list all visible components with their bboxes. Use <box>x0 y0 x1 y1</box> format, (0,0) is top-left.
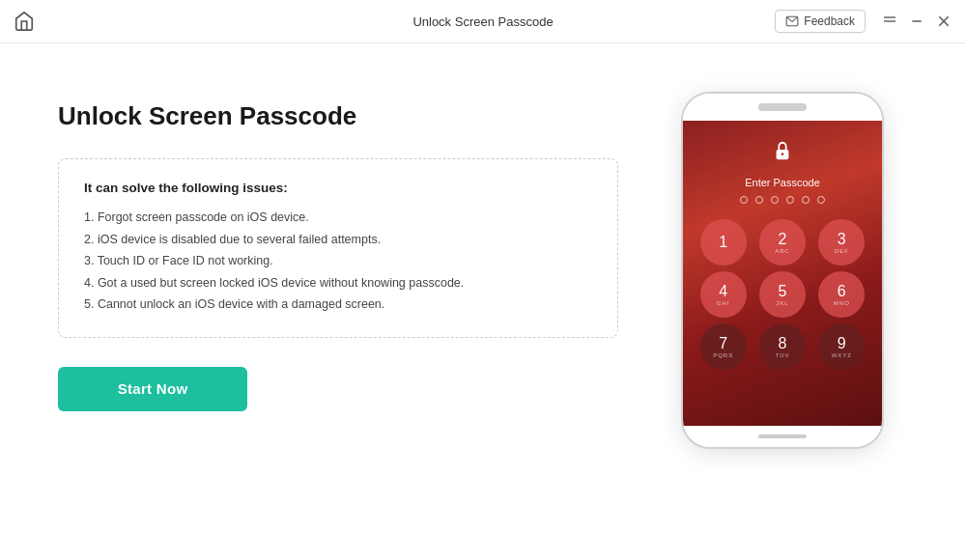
numpad-btn-6[interactable]: 6 MNO <box>818 271 865 318</box>
num-sub-2: ABC <box>775 248 789 254</box>
num-main-3: 3 <box>838 232 846 247</box>
num-sub-7: PQRS <box>713 352 733 358</box>
numpad-btn-4[interactable]: 4 GHI <box>700 271 747 318</box>
dot-4 <box>786 196 794 204</box>
passcode-dots <box>740 196 825 204</box>
titlebar-left <box>14 11 35 32</box>
dot-2 <box>755 196 763 204</box>
phone-top <box>683 94 882 121</box>
dot-1 <box>740 196 748 204</box>
issues-list-item: 5. Cannot unlock an iOS device with a da… <box>84 294 592 316</box>
feedback-label: Feedback <box>804 14 855 28</box>
num-main-8: 8 <box>779 336 787 351</box>
lock-icon <box>772 140 793 167</box>
issues-list-item: 4. Got a used but screen locked iOS devi… <box>84 272 592 294</box>
phone-notch <box>758 103 807 111</box>
numpad-btn-1[interactable]: 1 <box>700 219 747 266</box>
phone-mockup: Enter Passcode 1 2 ABC 3 DEF 4 GHI 5 <box>681 92 884 449</box>
main-content: Unlock Screen Passcode It can solve the … <box>0 43 966 560</box>
home-indicator <box>758 434 807 438</box>
window-title: Unlock Screen Passcode <box>412 14 553 29</box>
num-main-5: 5 <box>779 284 787 299</box>
window-controls <box>881 13 952 30</box>
numpad: 1 2 ABC 3 DEF 4 GHI 5 JKL 6 MNO 7 PQRS 8… <box>683 219 882 370</box>
feedback-button[interactable]: Feedback <box>775 10 866 33</box>
num-main-1: 1 <box>719 235 727 250</box>
num-sub-9: WXYZ <box>832 352 852 358</box>
dot-5 <box>802 196 810 204</box>
num-sub-5: JKL <box>776 300 788 306</box>
titlebar-controls: Feedback <box>775 10 952 33</box>
numpad-btn-7[interactable]: 7 PQRS <box>700 323 747 370</box>
home-icon[interactable] <box>14 11 35 32</box>
menu-button[interactable] <box>881 13 898 30</box>
numpad-btn-9[interactable]: 9 WXYZ <box>818 323 865 370</box>
left-section: Unlock Screen Passcode It can solve the … <box>58 82 657 411</box>
num-main-6: 6 <box>838 284 846 299</box>
numpad-btn-3[interactable]: 3 DEF <box>818 219 865 266</box>
issues-list-item: 3. Touch ID or Face ID not working. <box>84 250 592 272</box>
num-sub-8: TUV <box>775 352 789 358</box>
phone-bottom <box>683 426 882 447</box>
num-main-9: 9 <box>838 336 846 351</box>
num-main-7: 7 <box>719 336 727 351</box>
issues-list-item: 2. iOS device is disabled due to several… <box>84 229 592 251</box>
svg-point-7 <box>781 153 784 155</box>
num-sub-4: GHI <box>717 300 730 306</box>
start-now-button[interactable]: Start Now <box>58 367 247 411</box>
close-button[interactable] <box>935 13 952 30</box>
minimize-button[interactable] <box>908 13 925 30</box>
num-main-2: 2 <box>779 232 787 247</box>
numpad-btn-2[interactable]: 2 ABC <box>759 219 806 266</box>
issues-list-item: 1. Forgot screen passcode on iOS device. <box>84 207 592 229</box>
num-sub-3: DEF <box>835 248 849 254</box>
page-title: Unlock Screen Passcode <box>58 101 618 131</box>
num-main-4: 4 <box>719 284 727 299</box>
dot-6 <box>817 196 825 204</box>
issues-list: 1. Forgot screen passcode on iOS device.… <box>84 207 592 316</box>
right-section: Enter Passcode 1 2 ABC 3 DEF 4 GHI 5 <box>657 82 908 449</box>
dot-3 <box>771 196 779 204</box>
titlebar: Unlock Screen Passcode Feedback <box>0 0 966 43</box>
numpad-btn-5[interactable]: 5 JKL <box>759 271 806 318</box>
num-sub-6: MNO <box>834 300 850 306</box>
enter-passcode-text: Enter Passcode <box>745 177 820 188</box>
mail-icon <box>785 14 799 28</box>
issues-box: It can solve the following issues: 1. Fo… <box>58 158 618 338</box>
issues-title: It can solve the following issues: <box>84 181 592 195</box>
numpad-btn-8[interactable]: 8 TUV <box>759 323 806 370</box>
phone-screen: Enter Passcode 1 2 ABC 3 DEF 4 GHI 5 <box>683 121 882 426</box>
